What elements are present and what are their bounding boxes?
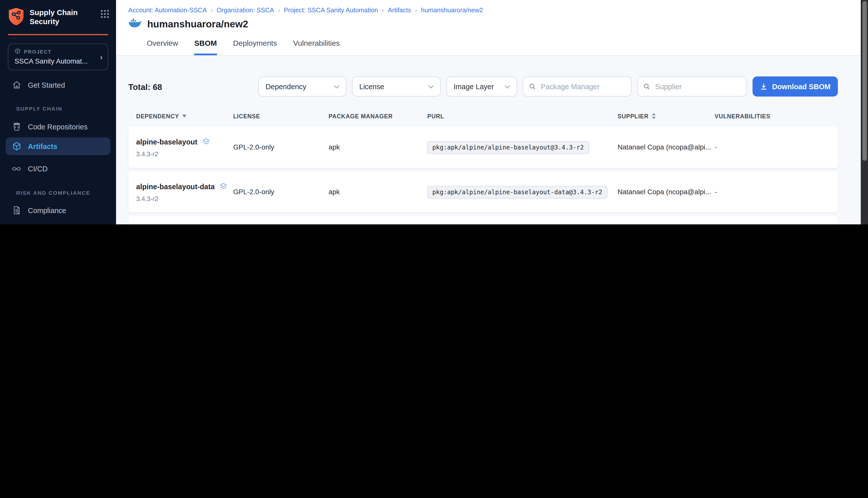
tab-bar: Overview SBOM Deployments Vulnerabilitie… [147, 39, 340, 55]
sort-desc-icon [182, 114, 187, 118]
sidebar-item-cicd[interactable]: CI/CD [5, 159, 110, 178]
purl-value: pkg:apk/alpine/alpine-baselayout@3.4.3-r… [427, 141, 589, 154]
breadcrumb-project[interactable]: Project: SSCA Sanity Automation [284, 7, 378, 14]
chevron-down-icon [334, 84, 339, 89]
license-cell: GPL-2.0-only [233, 188, 329, 196]
breadcrumb-organization[interactable]: Organization: SSCA [216, 7, 274, 14]
chevron-down-icon [428, 84, 434, 89]
package-manager-cell: apk [329, 143, 427, 151]
artifact-cube-icon [11, 141, 22, 152]
dependency-name: alpine-baselayout [136, 138, 197, 146]
search-icon [643, 83, 650, 90]
column-header-purl: PURL [427, 113, 617, 120]
module-grid-icon[interactable] [101, 10, 109, 21]
column-header-supplier[interactable]: SUPPLIER [618, 113, 715, 120]
table-row: alpine-baselayout-data 3.4.3-r2 GPL-2.0-… [128, 171, 838, 212]
package-manager-cell: apk [329, 188, 427, 196]
docker-icon [128, 17, 143, 31]
license-cell: GPL-2.0-only [233, 143, 329, 151]
dependency-version: 3.4.3-r2 [136, 150, 233, 157]
sbom-content: Total: 68 Dependency License Image Layer [116, 76, 868, 224]
sidebar-section-risk-and-compliance: RISK AND COMPLIANCE [16, 190, 90, 196]
purl-cell: pkg:apk/alpine/alpine-baselayout@3.4.3-r… [427, 141, 617, 154]
package-manager-input[interactable] [540, 82, 625, 91]
app-title: Supply Chain Security [30, 7, 101, 26]
dependency-name: alpine-baselayout-data [136, 182, 215, 191]
main-area: Account: Automation-SSCA› Organization: … [116, 0, 868, 224]
chevron-down-icon [504, 84, 510, 89]
breadcrumb-artifacts[interactable]: Artifacts [388, 7, 411, 14]
sidebar-item-code-repositories[interactable]: Code Repositories [5, 118, 110, 136]
purl-cell: pkg:apk/alpine/alpine-baselayout-data@3.… [427, 186, 617, 198]
project-name: SSCA Sanity Automat... [15, 57, 95, 65]
code-repository-icon [11, 121, 22, 132]
breadcrumb-artifact-name[interactable]: humanshuarora/new2 [421, 7, 483, 14]
sidebar-item-compliance[interactable]: Compliance [5, 201, 110, 219]
image-layers-icon [219, 182, 228, 191]
total-count: Total: 68 [128, 82, 162, 91]
tab-vulnerabilities[interactable]: Vulnerabilities [293, 39, 340, 55]
sidebar-section-supply-chain: SUPPLY CHAIN [16, 106, 62, 112]
sidebar: Supply Chain Security PROJECT SSCA [0, 0, 116, 224]
chevron-right-icon: › [100, 53, 103, 62]
vulnerabilities-cell: - [715, 143, 838, 151]
filter-bar: Total: 68 Dependency License Image Layer [128, 76, 838, 96]
column-header-license: LICENSE [233, 113, 329, 120]
dependency-cell: alpine-baselayout-data 3.4.3-r2 [136, 182, 233, 202]
download-icon [760, 83, 767, 90]
breadcrumb: Account: Automation-SSCA› Organization: … [116, 0, 868, 13]
brand-divider [8, 34, 108, 35]
sidebar-item-get-started[interactable]: Get Started [5, 76, 110, 94]
page-title: humanshuarora/new2 [147, 18, 248, 30]
page-header: Account: Automation-SSCA› Organization: … [116, 0, 868, 56]
purl-value: pkg:apk/alpine/alpine-baselayout-data@3.… [427, 186, 607, 198]
table-row: alpine-baselayout 3.4.3-r2 GPL-2.0-only … [128, 127, 838, 168]
sidebar-item-artifacts[interactable]: Artifacts [5, 137, 110, 155]
infinity-icon [11, 163, 22, 174]
column-header-package-manager: PACKAGE MANAGER [329, 113, 427, 120]
image-layers-icon [202, 138, 210, 146]
license-filter-select[interactable]: License [352, 76, 441, 96]
package-manager-search [523, 76, 631, 96]
table-header-row: DEPENDENCY LICENSE PACKAGE MANAGER PURL … [128, 113, 838, 120]
dependency-version: 3.4.3-r2 [136, 195, 233, 202]
download-sbom-button[interactable]: Download SBOM [752, 76, 838, 96]
tab-sbom[interactable]: SBOM [195, 39, 217, 55]
sbom-table-body: alpine-baselayout 3.4.3-r2 GPL-2.0-only … [128, 127, 838, 224]
sidebar-item-rule-definitions[interactable]: Rule Definitions [5, 223, 110, 224]
dependency-cell: alpine-baselayout 3.4.3-r2 [136, 138, 233, 157]
document-search-icon [11, 205, 22, 215]
vulnerabilities-cell: - [715, 188, 838, 196]
supplier-search [637, 76, 747, 96]
supplier-input[interactable] [654, 82, 741, 91]
supplier-cell: Natanael Copa (ncopa@alpi... [618, 143, 715, 151]
app-logo-shield-icon [8, 7, 25, 28]
supplier-cell: Natanael Copa (ncopa@alpi... [618, 188, 715, 196]
sidebar-header: Supply Chain Security [0, 0, 116, 28]
app-root: Supply Chain Security PROJECT SSCA [0, 0, 868, 224]
image-layer-filter-select[interactable]: Image Layer [446, 76, 517, 96]
column-header-dependency[interactable]: DEPENDENCY [136, 113, 233, 120]
scrollbar-track [861, 0, 868, 224]
column-header-vulnerabilities: VULNERABILITIES [715, 113, 838, 120]
project-selector[interactable]: PROJECT SSCA Sanity Automat... › [8, 43, 108, 70]
tab-overview[interactable]: Overview [147, 39, 178, 55]
project-label: PROJECT [24, 49, 52, 54]
dependency-filter-select[interactable]: Dependency [258, 76, 346, 96]
sort-both-icon [652, 113, 656, 120]
table-row: alpine-keys 2.4-r1 MIT apk pkg:apk/alpin… [128, 216, 838, 224]
project-cube-icon [15, 48, 21, 55]
home-icon [11, 80, 22, 90]
breadcrumb-account[interactable]: Account: Automation-SSCA [128, 7, 207, 14]
scrollbar-thumb[interactable] [862, 1, 867, 160]
search-icon [529, 83, 536, 90]
tab-deployments[interactable]: Deployments [233, 39, 277, 55]
